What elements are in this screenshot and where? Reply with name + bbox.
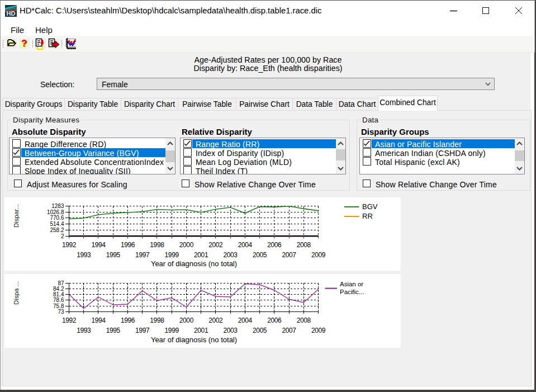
svg-text:1997: 1997 bbox=[135, 251, 150, 259]
svg-text:RR: RR bbox=[362, 212, 373, 220]
svg-text:2009: 2009 bbox=[311, 327, 326, 334]
svg-text:1283: 1283 bbox=[51, 203, 64, 209]
svg-text:2007: 2007 bbox=[282, 327, 296, 334]
svg-text:Pacific...: Pacific... bbox=[340, 289, 364, 295]
svg-text:1994: 1994 bbox=[91, 317, 106, 324]
svg-text:1998: 1998 bbox=[150, 317, 164, 324]
svg-text:2005: 2005 bbox=[253, 251, 267, 259]
svg-text:2004: 2004 bbox=[238, 241, 253, 249]
svg-text:2008: 2008 bbox=[297, 241, 311, 249]
svg-text:2001: 2001 bbox=[194, 327, 208, 334]
svg-text:73: 73 bbox=[58, 309, 64, 315]
svg-text:2002: 2002 bbox=[208, 241, 223, 249]
svg-text:514.4: 514.4 bbox=[50, 221, 64, 227]
svg-text:2009: 2009 bbox=[311, 251, 326, 259]
svg-text:1995: 1995 bbox=[106, 327, 121, 334]
svg-text:?: ? bbox=[21, 39, 27, 49]
svg-text:1996: 1996 bbox=[121, 241, 135, 249]
svg-text:2002: 2002 bbox=[208, 317, 223, 324]
svg-text:2000: 2000 bbox=[179, 241, 194, 249]
svg-text:1994: 1994 bbox=[91, 241, 106, 249]
svg-text:HD: HD bbox=[7, 10, 16, 17]
svg-text:258.2: 258.2 bbox=[50, 227, 64, 233]
svg-text:1992: 1992 bbox=[62, 317, 77, 324]
svg-text:Asian or: Asian or bbox=[340, 281, 363, 287]
svg-text:1999: 1999 bbox=[165, 327, 179, 334]
svg-text:2003: 2003 bbox=[224, 251, 238, 259]
svg-text:2006: 2006 bbox=[267, 241, 282, 249]
svg-text:1999: 1999 bbox=[165, 251, 179, 259]
svg-text:2006: 2006 bbox=[267, 317, 282, 324]
svg-text:2007: 2007 bbox=[282, 251, 296, 259]
svg-text:2008: 2008 bbox=[297, 317, 311, 324]
svg-text:2005: 2005 bbox=[253, 327, 267, 334]
svg-text:2000: 2000 bbox=[179, 317, 194, 324]
svg-text:1026.8: 1026.8 bbox=[47, 209, 64, 215]
svg-text:2001: 2001 bbox=[194, 251, 208, 259]
svg-text:1993: 1993 bbox=[77, 327, 91, 334]
svg-text:2003: 2003 bbox=[224, 327, 238, 334]
svg-text:1993: 1993 bbox=[77, 251, 91, 259]
svg-text:1992: 1992 bbox=[62, 241, 77, 249]
svg-text:770.6: 770.6 bbox=[50, 215, 64, 221]
svg-text:1995: 1995 bbox=[106, 251, 121, 259]
svg-text:1997: 1997 bbox=[135, 327, 150, 334]
svg-text:2: 2 bbox=[61, 233, 64, 239]
svg-text:1998: 1998 bbox=[150, 241, 164, 249]
svg-text:Year of diagnosis (no total): Year of diagnosis (no total) bbox=[151, 336, 237, 344]
svg-text:1996: 1996 bbox=[121, 317, 135, 324]
svg-text:2004: 2004 bbox=[238, 317, 253, 324]
svg-text:BGV: BGV bbox=[362, 202, 378, 211]
svg-text:Year of diagnosis (no total): Year of diagnosis (no total) bbox=[151, 259, 237, 268]
